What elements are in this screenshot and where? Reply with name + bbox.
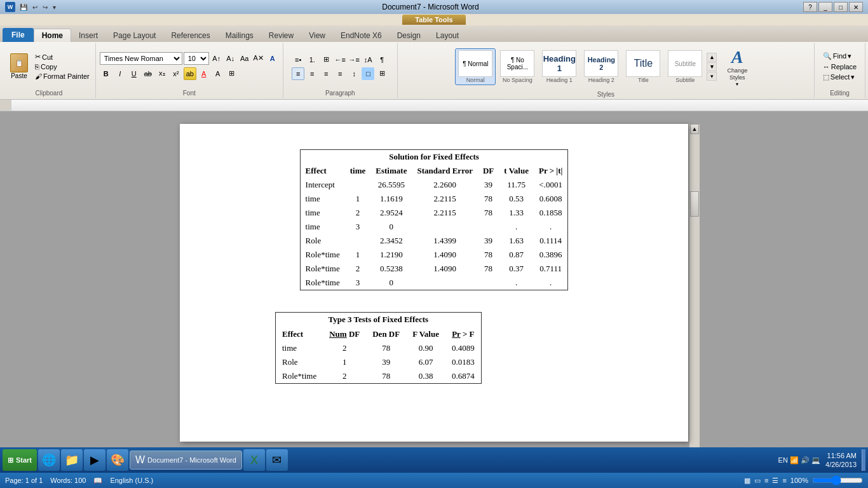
tab-review[interactable]: Review [261,29,301,42]
bold-button[interactable]: B [100,67,112,80]
redo-button[interactable]: ↪ [41,3,50,11]
view-outline-icon[interactable]: ☰ [772,477,778,485]
paste-button[interactable]: 📋 Paste [6,48,32,86]
change-case-button[interactable]: Aa [238,52,251,65]
decrease-indent-button[interactable]: ←≡ [334,53,346,66]
cut-button[interactable]: ✂ Cut [33,52,92,62]
multilevel-button[interactable]: ⊞ [320,53,332,66]
save-button[interactable]: 💾 [18,3,29,11]
sort-button[interactable]: ↕A [362,53,374,66]
taskbar-outlook[interactable]: ✉ [266,449,288,471]
taskbar-ie[interactable]: 🌐 [38,449,60,471]
format-painter-button[interactable]: 🖌 Format Painter [33,72,92,81]
align-right-button[interactable]: ≡ [320,67,332,80]
strikethrough-button[interactable]: ab [142,67,154,80]
taskbar-explorer[interactable]: 📁 [61,449,83,471]
tab-page-layout[interactable]: Page Layout [105,29,163,42]
style-heading2-preview: Heading 2 [584,50,618,77]
styles-scroll-down[interactable]: ▼ [707,62,717,71]
font-color-button[interactable]: A [198,67,210,80]
text-highlight-button[interactable]: ab [184,67,196,80]
taskbar-media[interactable]: ▶ [84,449,105,471]
style-heading1-preview: Heading 1 [542,50,576,77]
subscript-button[interactable]: x₂ [156,67,168,80]
style-heading1-label: Heading 1 [546,77,573,83]
change-styles-button[interactable]: A ChangeStyles ▾ [718,44,756,90]
tab-layout[interactable]: Layout [428,29,466,42]
taskbar-paint[interactable]: 🎨 [107,449,128,471]
tab-mailings[interactable]: Mailings [218,29,261,42]
undo-button[interactable]: ↩ [31,3,39,11]
style-no-spacing[interactable]: ¶ No Spaci... No Spacing [497,48,538,85]
justify-button[interactable]: ≡ [334,67,346,80]
align-center-button[interactable]: ≡ [306,67,318,80]
taskbar-word[interactable]: W Document7 - Microsoft Word [130,451,242,470]
sol-cell-7-3 [412,276,478,290]
solution-row-1: time11.16192.2115780.530.6008 [300,192,568,206]
view-web-icon[interactable]: ≡ [764,477,768,484]
styles-expand[interactable]: ▾ [707,72,717,81]
tab-references[interactable]: References [163,29,217,42]
font-name-select[interactable]: Times New Roman [100,52,182,65]
numbering-button[interactable]: 1. [306,53,318,66]
style-normal[interactable]: ¶ Normal Normal [455,48,496,85]
select-button[interactable]: ⬚ Select ▾ [821,72,858,82]
borders-button[interactable]: ⊞ [376,67,388,80]
copy-button[interactable]: ⎘ Copy [33,62,92,71]
scroll-thumb[interactable] [690,191,699,217]
scrollbar-track[interactable]: ▲ ▼ [689,124,700,461]
tab-file[interactable]: File [3,28,34,42]
sol-cell-4-1 [345,234,371,248]
help-button[interactable]: ? [803,2,817,12]
font-shading-button[interactable]: A [212,67,224,80]
view-print-icon[interactable]: ▦ [744,477,750,485]
tab-view[interactable]: View [301,29,333,42]
solution-row-0: Intercept26.55952.26003911.75<.0001 [300,178,568,192]
clear-format-button[interactable]: A✕ [252,52,265,65]
bullets-button[interactable]: ≡• [292,53,304,66]
style-title[interactable]: Title Title [623,48,663,85]
underline-button[interactable]: U [128,67,140,80]
replace-button[interactable]: ↔ Replace [821,62,858,71]
tab-design[interactable]: Design [390,29,428,42]
line-spacing-button[interactable]: ↕ [348,67,360,80]
table-tools-bar: Table Tools [0,14,868,25]
minimize-button[interactable]: _ [818,2,832,12]
customize-button[interactable]: ▾ [51,3,58,11]
start-button[interactable]: ⊞ Start [3,449,37,471]
editing-group: 🔍 Find ▾ ↔ Replace ⬚ Select ▾ Editing [815,43,865,98]
superscript-button[interactable]: x² [170,67,182,80]
decrease-font-button[interactable]: A↓ [224,52,237,65]
find-button[interactable]: 🔍 Find ▾ [821,51,858,61]
close-button[interactable]: ✕ [849,2,863,12]
increase-font-button[interactable]: A↑ [210,52,223,65]
zoom-slider[interactable] [812,475,863,485]
tab-endnote[interactable]: EndNote X6 [333,29,390,42]
sol-cell-0-2: 26.5595 [370,178,412,192]
styles-scroll-up[interactable]: ▲ [707,53,717,62]
font-size-select[interactable]: 10 [184,52,209,65]
font-group: Times New Roman 10 A↑ A↓ Aa A✕ A B I U a… [96,43,283,98]
scroll-up-button[interactable]: ▲ [690,124,699,134]
border-button[interactable]: ⊞ [226,67,238,80]
increase-indent-button[interactable]: →≡ [348,53,360,66]
style-heading1[interactable]: Heading 1 Heading 1 [539,48,580,85]
show-desktop-button[interactable] [862,449,865,471]
italic-button[interactable]: I [114,67,126,80]
shading-button[interactable]: □ [362,67,374,80]
sol-cell-4-3: 1.4399 [412,234,478,248]
view-full-icon[interactable]: ▭ [754,477,761,485]
maximize-button[interactable]: □ [834,2,848,12]
align-left-button[interactable]: ≡ [292,67,304,80]
tab-insert[interactable]: Insert [71,29,105,42]
view-draft-icon[interactable]: ≡ [782,477,786,484]
style-heading2[interactable]: Heading 2 Heading 2 [581,48,621,85]
text-effects-button[interactable]: A [266,52,279,65]
show-hide-button[interactable]: ¶ [376,53,388,66]
sol-cell-1-2: 1.1619 [370,192,412,206]
t3-cell-2-1: 2 [323,369,366,384]
scissors-icon: ✂ [35,53,41,61]
taskbar-excel[interactable]: X [243,449,265,471]
tab-home[interactable]: Home [34,29,71,42]
style-subtitle[interactable]: Subtitle Subtitle [665,48,705,85]
